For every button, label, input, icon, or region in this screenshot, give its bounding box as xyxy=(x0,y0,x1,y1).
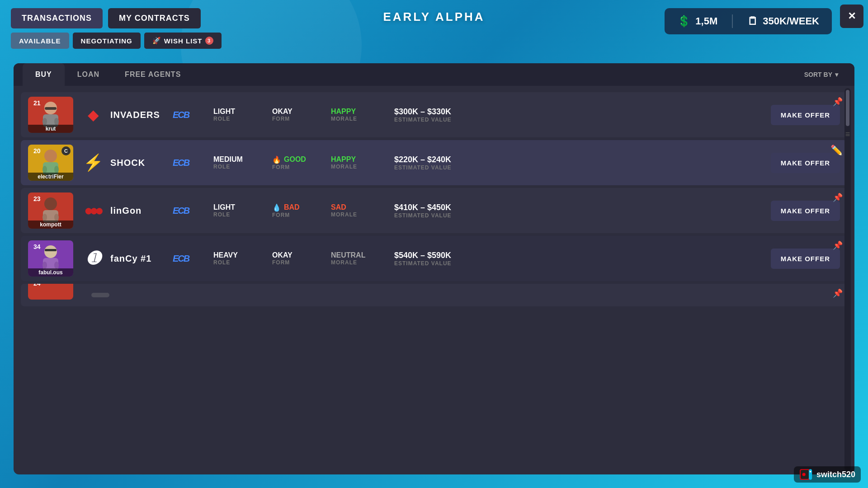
price-label: ESTIMATED VALUE xyxy=(394,260,771,267)
price-value: $410K – $450K xyxy=(394,203,771,212)
table-row: 24 📌 xyxy=(21,284,847,306)
league-badge: ECB xyxy=(173,253,213,264)
tab-loan[interactable]: LOAN xyxy=(65,63,112,86)
pin-icon[interactable]: ✏️ xyxy=(830,145,843,156)
price-col: $220K – $240K ESTIMATED VALUE xyxy=(394,155,771,171)
sort-by[interactable]: SORT BY ▾ xyxy=(797,63,845,86)
morale-col: HAPPY MORALE xyxy=(331,155,381,170)
scroll-menu-icon: ≡ xyxy=(845,130,850,139)
wishlist-sub-tab[interactable]: 🚀 WISH LIST3 xyxy=(144,33,222,49)
team-name: SHOCK xyxy=(110,158,145,168)
role-col: HEAVY ROLE xyxy=(213,251,263,266)
wishlist-rocket-icon: 🚀 xyxy=(152,37,161,45)
cash-icon: 💲 xyxy=(677,15,691,28)
switch-logo-icon xyxy=(797,468,813,481)
captain-badge: C xyxy=(61,146,71,155)
team-col: ◆ INVADERS xyxy=(82,104,173,126)
player-name: electriFier xyxy=(28,173,73,181)
svg-point-7 xyxy=(44,150,57,162)
svg-point-17 xyxy=(44,245,57,258)
form-col: 💧 BAD FORM xyxy=(272,203,322,218)
make-offer-button[interactable]: MAKE OFFER xyxy=(771,201,840,221)
league-badge: ECB xyxy=(173,206,213,216)
role-col: MEDIUM ROLE xyxy=(213,155,263,170)
switch-badge: switch520 xyxy=(794,466,861,483)
league-badge: ECB xyxy=(173,158,213,168)
chevron-down-icon: ▾ xyxy=(835,71,838,78)
morale-value: HAPPY xyxy=(331,155,356,164)
pin-icon[interactable]: 📌 xyxy=(833,288,843,298)
form-value: OKAY xyxy=(272,251,292,259)
available-sub-tab[interactable]: AVAILABLE xyxy=(11,33,69,49)
morale-label: MORALE xyxy=(331,211,357,218)
negotiating-sub-tab[interactable]: NEGOTIATING xyxy=(73,33,141,49)
scrollbar[interactable]: ≡ xyxy=(844,88,851,471)
avatar: 24 xyxy=(28,284,73,306)
table-row: 20 C electriFier ⚡ SHOCK ECB MEDIUM ROLE… xyxy=(21,140,847,185)
make-offer-button[interactable]: MAKE OFFER xyxy=(771,105,840,125)
make-offer-button[interactable]: MAKE OFFER xyxy=(771,249,840,269)
player-name: kompott xyxy=(28,221,73,229)
panel-tabs: BUY LOAN FREE AGENTS SORT BY ▾ xyxy=(14,63,854,86)
svg-point-9 xyxy=(42,166,47,173)
close-button[interactable]: ✕ xyxy=(840,5,863,28)
price-value: $540K – $590K xyxy=(394,251,771,260)
price-col: $300K – $330K ESTIMATED VALUE xyxy=(394,107,771,123)
form-label: FORM xyxy=(272,259,290,266)
form-value: 💧 BAD xyxy=(272,203,300,212)
player-number: 20 xyxy=(31,146,43,155)
pin-icon[interactable]: 📌 xyxy=(833,97,843,107)
transactions-tab[interactable]: TRANSACTIONS xyxy=(11,8,103,28)
table-row: 23 kompott ⬤⬤⬤ linGon ECB LIGHT ROLE 💧 B… xyxy=(21,188,847,233)
svg-point-20 xyxy=(42,262,47,269)
svg-point-10 xyxy=(54,166,59,173)
team-name: INVADERS xyxy=(110,110,160,120)
role-col: LIGHT ROLE xyxy=(213,203,263,218)
my-contracts-tab[interactable]: MY CONTRACTS xyxy=(108,8,201,28)
price-value: $300K – $330K xyxy=(394,107,771,117)
team-name: linGon xyxy=(110,206,142,216)
cash-value: 1,5M xyxy=(695,15,717,27)
price-col: $540K – $590K ESTIMATED VALUE xyxy=(394,251,771,267)
role-value: HEAVY xyxy=(213,251,238,259)
svg-rect-18 xyxy=(45,249,57,251)
main-panel: BUY LOAN FREE AGENTS SORT BY ▾ xyxy=(14,63,854,474)
money-divider xyxy=(732,14,733,28)
avatar: 23 kompott xyxy=(28,192,73,229)
income-value: 350K/WEEK xyxy=(763,15,819,27)
drop-icon: 💧 xyxy=(272,203,281,212)
svg-point-16 xyxy=(54,214,59,221)
morale-label: MORALE xyxy=(331,259,357,266)
svg-point-2 xyxy=(42,118,47,125)
make-offer-button[interactable]: MAKE OFFER xyxy=(771,153,840,173)
role-label: ROLE xyxy=(213,116,230,122)
player-number: 23 xyxy=(31,194,43,203)
team-col: ⚡ SHOCK xyxy=(82,152,173,174)
money-bar: 💲 1,5M 🗒 350K/WEEK xyxy=(665,8,832,34)
form-label: FORM xyxy=(272,212,290,218)
form-label: FORM xyxy=(272,116,290,122)
form-col: OKAY FORM xyxy=(272,251,322,266)
tab-buy[interactable]: BUY xyxy=(23,63,65,86)
team-icon: ➊ xyxy=(82,248,104,269)
role-label: ROLE xyxy=(213,211,230,218)
tab-free-agents[interactable]: FREE AGENTS xyxy=(112,63,193,86)
team-icon: ⚡ xyxy=(82,152,104,174)
table-row: 34 fabul.ous ➊ fanCy #1 ECB HEAVY ROLE O… xyxy=(21,236,847,281)
team-col: ⬤⬤⬤ linGon xyxy=(82,200,173,221)
price-label: ESTIMATED VALUE xyxy=(394,212,771,219)
league-badge: ECB xyxy=(173,110,213,120)
svg-point-21 xyxy=(54,262,59,269)
team-icon: ⬤⬤⬤ xyxy=(82,200,104,221)
morale-col: SAD MORALE xyxy=(331,203,381,218)
avatar: 34 fabul.ous xyxy=(28,240,73,277)
player-number: 24 xyxy=(31,284,43,288)
pin-icon[interactable]: 📌 xyxy=(833,192,843,202)
pin-icon[interactable]: 📌 xyxy=(833,240,843,250)
form-value: 🔥 GOOD xyxy=(272,155,306,164)
fire-icon: 🔥 xyxy=(272,155,281,164)
form-value: OKAY xyxy=(272,108,292,116)
wishlist-badge: 3 xyxy=(205,37,213,45)
avatar: 21 krut xyxy=(28,97,73,133)
table-row: 21 krut ◆ INVADERS ECB LIGHT ROLE OKAY F… xyxy=(21,92,847,137)
